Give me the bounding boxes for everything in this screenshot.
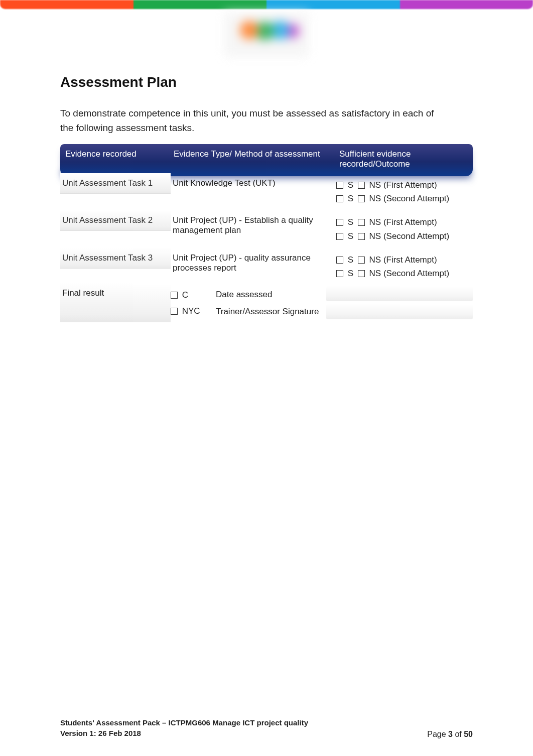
ns-label: NS (Second Attempt) bbox=[369, 269, 450, 278]
checkbox-icon[interactable] bbox=[171, 308, 178, 315]
s-label: S bbox=[348, 269, 353, 278]
task-label: Unit Assessment Task 1 bbox=[60, 173, 171, 194]
task-label: Unit Assessment Task 2 bbox=[60, 210, 171, 231]
competent-label: C bbox=[182, 290, 188, 300]
org-logo bbox=[224, 12, 309, 57]
s-label: S bbox=[348, 231, 353, 241]
checkbox-icon[interactable] bbox=[336, 257, 343, 264]
footer-doc-title: Students' Assessment Pack – ICTPMG606 Ma… bbox=[60, 717, 308, 728]
assessment-table: Evidence recorded Evidence Type/ Method … bbox=[60, 144, 473, 322]
ns-label: NS (Second Attempt) bbox=[369, 194, 450, 203]
checkbox-icon[interactable] bbox=[336, 219, 343, 226]
ns-label: NS (Second Attempt) bbox=[369, 231, 450, 241]
page-footer: Students' Assessment Pack – ICTPMG606 Ma… bbox=[0, 717, 533, 739]
table-header-row: Evidence recorded Evidence Type/ Method … bbox=[60, 144, 473, 176]
checkbox-icon[interactable] bbox=[336, 270, 343, 277]
final-result-label: Final result bbox=[60, 283, 171, 322]
checkbox-icon[interactable] bbox=[336, 182, 343, 189]
table-row: Unit Assessment Task 2 Unit Project (UP)… bbox=[60, 210, 473, 247]
outcome-second-attempt: S NS (Second Attempt) bbox=[336, 267, 471, 280]
final-result-row: Final result C NYC Date assessed bbox=[60, 283, 473, 322]
task-method: Unit Knowledge Test (UKT) bbox=[171, 173, 336, 193]
checkbox-icon[interactable] bbox=[336, 233, 343, 240]
date-assessed-field[interactable] bbox=[326, 286, 473, 301]
checkbox-icon[interactable] bbox=[358, 233, 365, 240]
outcome-second-attempt: S NS (Second Attempt) bbox=[336, 229, 471, 243]
table-row: Unit Assessment Task 1 Unit Knowledge Te… bbox=[60, 173, 473, 210]
footer-version: Version 1: 26 Feb 2018 bbox=[60, 728, 308, 739]
page-title: Assessment Plan bbox=[60, 74, 473, 90]
footer-page-number: Page 3 of 50 bbox=[427, 730, 473, 739]
trainer-signature-field[interactable] bbox=[326, 304, 473, 319]
date-assessed-label: Date assessed bbox=[216, 286, 326, 303]
table-header-outcome: Sufficient evidence recorded/Outcome bbox=[339, 149, 470, 169]
checkbox-icon[interactable] bbox=[358, 195, 365, 202]
checkbox-icon[interactable] bbox=[358, 219, 365, 226]
s-label: S bbox=[348, 255, 353, 265]
table-header-evidence-recorded: Evidence recorded bbox=[63, 149, 174, 159]
table-header-outcome-line2: recorded/Outcome bbox=[339, 159, 470, 169]
table-row: Unit Assessment Task 3 Unit Project (UP)… bbox=[60, 248, 473, 285]
not-yet-competent-label: NYC bbox=[182, 306, 200, 316]
table-header-outcome-line1: Sufficient evidence bbox=[339, 149, 470, 159]
trainer-signature-label: Trainer/Assessor Signature bbox=[216, 303, 326, 320]
s-label: S bbox=[348, 180, 353, 190]
checkbox-icon[interactable] bbox=[358, 182, 365, 189]
task-method: Unit Project (UP) - quality assurance pr… bbox=[171, 248, 336, 278]
s-label: S bbox=[348, 217, 353, 227]
ns-label: NS (First Attempt) bbox=[369, 217, 437, 227]
outcome-second-attempt: S NS (Second Attempt) bbox=[336, 192, 471, 205]
checkbox-icon[interactable] bbox=[336, 195, 343, 202]
outcome-first-attempt: S NS (First Attempt) bbox=[336, 178, 471, 192]
outcome-first-attempt: S NS (First Attempt) bbox=[336, 253, 471, 267]
table-header-evidence-type: Evidence Type/ Method of assessment bbox=[174, 149, 339, 159]
checkbox-icon[interactable] bbox=[358, 257, 365, 264]
header-color-ribbon bbox=[0, 0, 533, 9]
outcome-first-attempt: S NS (First Attempt) bbox=[336, 215, 471, 229]
task-method: Unit Project (UP) - Establish a quality … bbox=[171, 210, 336, 240]
task-label: Unit Assessment Task 3 bbox=[60, 248, 171, 269]
checkbox-icon[interactable] bbox=[358, 270, 365, 277]
checkbox-icon[interactable] bbox=[171, 292, 178, 299]
ns-label: NS (First Attempt) bbox=[369, 180, 437, 190]
s-label: S bbox=[348, 194, 353, 203]
intro-text: To demonstrate competence in this unit, … bbox=[60, 106, 442, 135]
ns-label: NS (First Attempt) bbox=[369, 255, 437, 265]
